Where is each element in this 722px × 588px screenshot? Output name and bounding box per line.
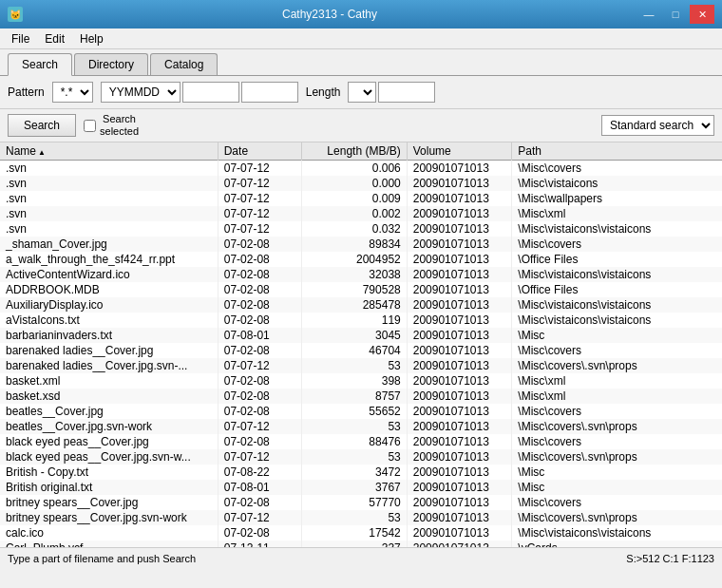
table-row[interactable]: _shaman_Cover.jpg07-02-08898342009010710… xyxy=(0,237,722,252)
tab-catalog[interactable]: Catalog xyxy=(150,53,218,75)
col-length[interactable]: Length (MB/B) xyxy=(302,142,408,161)
table-row[interactable]: britney spears__Cover.jpg.svn-work07-07-… xyxy=(0,510,722,525)
table-row[interactable]: British - Copy.txt07-08-2234722009010710… xyxy=(0,465,722,480)
search-type-group: Standard search RegExp search Fuzzy sear… xyxy=(601,115,714,136)
table-row[interactable]: .svn07-07-120.032200901071013\Misc\vista… xyxy=(0,221,722,237)
app-icon: 🐱 xyxy=(8,7,23,22)
table-header-row: Name▲ Date Length (MB/B) Volume Path xyxy=(0,142,722,161)
table-row[interactable]: basket.xsd07-02-088757200901071013\Misc\… xyxy=(0,389,722,404)
toolbar-row1: Pattern *.* YYMMDD Length xyxy=(0,76,722,109)
search-selected-label: Searchselected xyxy=(100,113,139,138)
window-controls: — □ ✕ xyxy=(636,5,714,24)
table-row[interactable]: barbarianinvaders.txt07-08-0130452009010… xyxy=(0,328,722,343)
length-input[interactable] xyxy=(378,82,435,103)
table-row[interactable]: AuxiliaryDisplay.ico07-02-08285478200901… xyxy=(0,297,722,313)
table-row[interactable]: .svn07-07-120.000200901071013\Misc\vista… xyxy=(0,176,722,191)
pattern-select[interactable]: *.* xyxy=(52,82,93,103)
menu-file[interactable]: File xyxy=(4,30,37,47)
search-type-select[interactable]: Standard search RegExp search Fuzzy sear… xyxy=(601,115,714,136)
date-group: YYMMDD xyxy=(101,82,298,103)
minimize-button[interactable]: — xyxy=(636,5,661,24)
pattern-label: Pattern xyxy=(8,85,45,99)
status-hint: Type a part of filename and push Search xyxy=(8,553,196,564)
table-row[interactable]: ActiveContentWizard.ico07-02-08320382009… xyxy=(0,267,722,282)
tab-search[interactable]: Search xyxy=(8,53,72,76)
length-group xyxy=(348,82,435,103)
status-bar: Type a part of filename and push Search … xyxy=(0,547,722,568)
status-info: S:>512 C:1 F:1123 xyxy=(626,553,714,564)
table-row[interactable]: aVistaIcons.txt07-02-08119200901071013\M… xyxy=(0,313,722,328)
tabs-area: Search Directory Catalog xyxy=(0,49,722,76)
table-row[interactable]: black eyed peas__Cover.jpg07-02-08884762… xyxy=(0,434,722,449)
col-date[interactable]: Date xyxy=(218,142,301,161)
toolbar-row2: Search Searchselected Standard search Re… xyxy=(0,109,722,142)
table-row[interactable]: Carl_Plumb.vcf07-12-11337200901071013\vC… xyxy=(0,541,722,547)
length-select[interactable] xyxy=(348,82,376,103)
date-select[interactable]: YYMMDD xyxy=(101,82,180,103)
col-volume[interactable]: Volume xyxy=(407,142,512,161)
search-selected-checkbox[interactable] xyxy=(84,120,96,132)
file-table: Name▲ Date Length (MB/B) Volume Path .sv… xyxy=(0,142,722,547)
table-row[interactable]: .svn07-07-120.009200901071013\Misc\wallp… xyxy=(0,191,722,206)
table-row[interactable]: a_walk_through_the_sf424_rr.ppt07-02-082… xyxy=(0,252,722,267)
date-from-input[interactable] xyxy=(182,82,239,103)
menu-bar: File Edit Help xyxy=(0,28,722,49)
col-name[interactable]: Name▲ xyxy=(0,142,218,161)
tab-directory[interactable]: Directory xyxy=(74,53,148,75)
menu-edit[interactable]: Edit xyxy=(37,30,72,47)
table-row[interactable]: britney spears__Cover.jpg07-02-085777020… xyxy=(0,495,722,510)
window-title: Cathy2313 - Cathy xyxy=(23,8,636,21)
maximize-button[interactable]: □ xyxy=(663,5,688,24)
table-row[interactable]: .svn07-07-120.002200901071013\Misc\xml xyxy=(0,206,722,221)
search-button[interactable]: Search xyxy=(8,114,76,137)
col-path[interactable]: Path xyxy=(512,142,722,161)
table-row[interactable]: black eyed peas__Cover.jpg.svn-w...07-07… xyxy=(0,449,722,465)
table-row[interactable]: .svn07-07-120.006200901071013\Misc\cover… xyxy=(0,161,722,177)
menu-help[interactable]: Help xyxy=(72,30,111,47)
table-row[interactable]: beatles__Cover.jpg07-02-0855652200901071… xyxy=(0,404,722,419)
table-row[interactable]: calc.ico07-02-0817542200901071013\Misc\v… xyxy=(0,525,722,541)
table-row[interactable]: beatles__Cover.jpg.svn-work07-07-1253200… xyxy=(0,419,722,434)
table-row[interactable]: basket.xml07-02-08398200901071013\Misc\x… xyxy=(0,373,722,389)
table-row[interactable]: British original.txt07-08-01376720090107… xyxy=(0,480,722,495)
title-bar: 🐱 Cathy2313 - Cathy — □ ✕ xyxy=(0,0,722,28)
length-label: Length xyxy=(306,85,341,99)
close-button[interactable]: ✕ xyxy=(690,5,714,24)
pattern-group: *.* xyxy=(52,82,93,103)
table-row[interactable]: barenaked ladies__Cover.jpg07-02-0846704… xyxy=(0,343,722,358)
search-selected-group: Searchselected xyxy=(84,113,139,138)
table-body: .svn07-07-120.006200901071013\Misc\cover… xyxy=(0,161,722,548)
table-row[interactable]: ADDRBOOK.MDB07-02-08790528200901071013\O… xyxy=(0,282,722,297)
file-table-container: Name▲ Date Length (MB/B) Volume Path .sv… xyxy=(0,142,722,547)
table-row[interactable]: barenaked ladies__Cover.jpg.svn-...07-07… xyxy=(0,358,722,373)
date-to-input[interactable] xyxy=(241,82,298,103)
